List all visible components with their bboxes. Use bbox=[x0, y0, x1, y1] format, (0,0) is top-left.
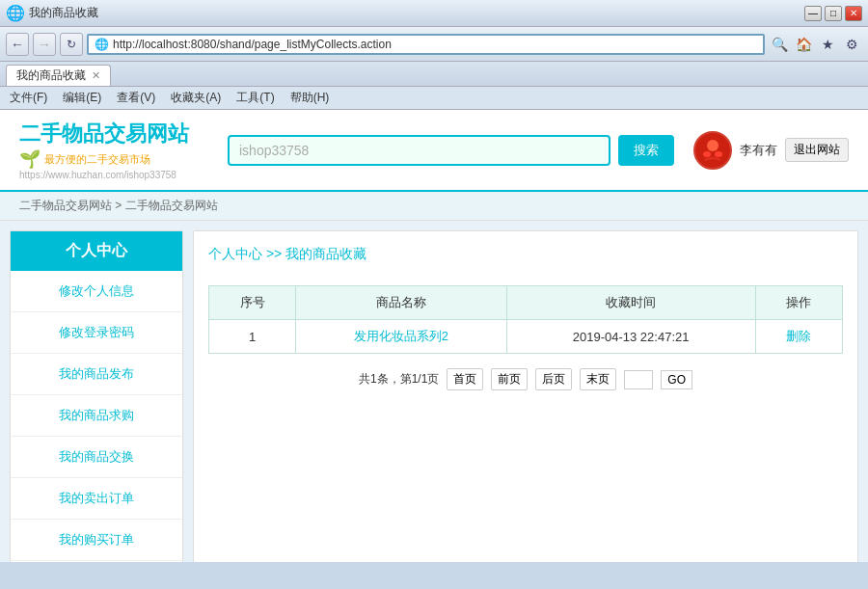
cell-collect-time: 2019-04-13 22:47:21 bbox=[506, 320, 755, 354]
menu-tools[interactable]: 工具(T) bbox=[236, 90, 274, 106]
sidebar-item-password[interactable]: 修改登录密码 bbox=[11, 312, 182, 354]
next-page-button[interactable]: 后页 bbox=[535, 368, 572, 390]
menu-help[interactable]: 帮助(H) bbox=[290, 90, 330, 106]
sidebar-link-exchange[interactable]: 我的商品交换 bbox=[59, 449, 134, 464]
logout-button[interactable]: 退出网站 bbox=[785, 138, 849, 162]
sidebar-header: 个人中心 bbox=[11, 231, 182, 271]
site-subtitle: 最方便的二手交易市场 bbox=[44, 152, 150, 167]
breadcrumb-text: 二手物品交易网站 > 二手物品交易网站 bbox=[19, 199, 218, 212]
menu-view[interactable]: 查看(V) bbox=[117, 90, 155, 106]
sidebar: 个人中心 修改个人信息 修改登录密码 我的商品发布 我的商品求购 我的商品交换 bbox=[10, 230, 183, 562]
back-button[interactable]: ← bbox=[6, 33, 29, 56]
search-icon[interactable]: 🔍 bbox=[769, 34, 790, 55]
user-area: 李有有 退出网站 bbox=[693, 131, 849, 170]
sidebar-item-sell-orders[interactable]: 我的卖出订单 bbox=[11, 478, 182, 520]
pagination-summary: 共1条，第1/1页 bbox=[359, 371, 439, 388]
tab-close-icon[interactable]: ✕ bbox=[92, 69, 100, 82]
tab-bar: 我的商品收藏 ✕ bbox=[0, 62, 868, 87]
sidebar-item-profile[interactable]: 修改个人信息 bbox=[11, 271, 182, 312]
content-title: 个人中心 >> 我的商品收藏 bbox=[208, 246, 843, 271]
site-logo: 二手物品交易网站 🌱 最方便的二手交易市场 https://www.huzhan… bbox=[19, 120, 189, 180]
title-bar: 🌐 我的商品收藏 — □ ✕ bbox=[0, 0, 868, 27]
search-button[interactable]: 搜索 bbox=[618, 135, 674, 166]
sidebar-link-publish[interactable]: 我的商品发布 bbox=[59, 366, 134, 381]
prev-page-button[interactable]: 前页 bbox=[491, 368, 528, 390]
nav-right-buttons: 🔍 🏠 ★ ⚙ bbox=[769, 34, 862, 55]
sidebar-link-sell-orders[interactable]: 我的卖出订单 bbox=[59, 491, 134, 505]
page-viewport: 二手物品交易网站 🌱 最方便的二手交易市场 https://www.huzhan… bbox=[0, 110, 868, 562]
page-number-input[interactable] bbox=[624, 370, 653, 389]
sidebar-link-password[interactable]: 修改登录密码 bbox=[59, 325, 134, 339]
col-header-action: 操作 bbox=[755, 286, 842, 320]
col-header-time: 收藏时间 bbox=[506, 286, 755, 320]
delete-link[interactable]: 删除 bbox=[786, 329, 811, 343]
cell-seq: 1 bbox=[209, 320, 296, 354]
home-icon[interactable]: 🏠 bbox=[793, 34, 814, 55]
table-row: 1 发用化妆品系列2 2019-04-13 22:47:21 删除 bbox=[209, 320, 843, 354]
sidebar-item-favorites[interactable]: 我的商品收藏 bbox=[11, 561, 182, 562]
content-title-text: 个人中心 >> 我的商品收藏 bbox=[208, 246, 366, 261]
url-text: http://localhost:8080/shand/page_listMyC… bbox=[113, 38, 392, 51]
browser-window: 🌐 我的商品收藏 — □ ✕ ← → ↻ 🌐 http://localhost:… bbox=[0, 0, 868, 562]
minimize-button[interactable]: — bbox=[804, 6, 822, 21]
title-bar-left: 🌐 我的商品收藏 bbox=[6, 4, 98, 22]
col-header-name: 商品名称 bbox=[296, 286, 506, 320]
product-link[interactable]: 发用化妆品系列2 bbox=[354, 329, 448, 343]
site-watermark: https://www.huzhan.com/ishop33758 bbox=[19, 170, 189, 180]
tab-label: 我的商品收藏 bbox=[16, 67, 86, 84]
col-header-seq: 序号 bbox=[209, 286, 296, 320]
cell-product-name: 发用化妆品系列2 bbox=[296, 320, 506, 354]
last-page-button[interactable]: 末页 bbox=[580, 368, 616, 390]
favorites-icon[interactable]: ★ bbox=[817, 34, 838, 55]
site-header: 二手物品交易网站 🌱 最方便的二手交易市场 https://www.huzhan… bbox=[0, 110, 868, 192]
forward-button[interactable]: → bbox=[33, 33, 56, 56]
close-button[interactable]: ✕ bbox=[845, 6, 862, 21]
sidebar-item-publish[interactable]: 我的商品发布 bbox=[11, 354, 182, 395]
sidebar-link-wanted[interactable]: 我的商品求购 bbox=[59, 408, 134, 422]
breadcrumb: 二手物品交易网站 > 二手物品交易网站 bbox=[0, 192, 868, 221]
username-label[interactable]: 李有有 bbox=[740, 142, 777, 159]
search-area: 搜索 bbox=[228, 135, 674, 166]
menu-favorites[interactable]: 收藏夹(A) bbox=[171, 90, 221, 106]
menu-file[interactable]: 文件(F) bbox=[10, 90, 47, 106]
window-title: 我的商品收藏 bbox=[29, 5, 98, 21]
window-controls: — □ ✕ bbox=[804, 6, 862, 21]
svg-point-3 bbox=[715, 151, 722, 157]
pagination: 共1条，第1/1页 首页 前页 后页 末页 GO bbox=[208, 368, 843, 390]
first-page-button[interactable]: 首页 bbox=[447, 368, 483, 390]
content-area: 个人中心 >> 我的商品收藏 序号 商品名称 收藏时间 操作 bbox=[193, 230, 858, 562]
maximize-button[interactable]: □ bbox=[825, 6, 842, 21]
menu-bar: 文件(F) 编辑(E) 查看(V) 收藏夹(A) 工具(T) 帮助(H) bbox=[0, 87, 868, 110]
browser-tab[interactable]: 我的商品收藏 ✕ bbox=[6, 65, 111, 86]
data-table: 序号 商品名称 收藏时间 操作 1 发用化妆品系列2 bbox=[208, 285, 843, 354]
settings-icon[interactable]: ⚙ bbox=[841, 34, 862, 55]
sidebar-link-buy-orders[interactable]: 我的购买订单 bbox=[59, 532, 134, 547]
main-layout: 个人中心 修改个人信息 修改登录密码 我的商品发布 我的商品求购 我的商品交换 bbox=[0, 221, 868, 562]
sidebar-link-profile[interactable]: 修改个人信息 bbox=[59, 283, 134, 298]
sidebar-item-buy-orders[interactable]: 我的购买订单 bbox=[11, 520, 182, 561]
cell-action: 删除 bbox=[755, 320, 842, 354]
svg-point-1 bbox=[707, 140, 719, 151]
svg-point-2 bbox=[703, 151, 711, 157]
sidebar-item-wanted[interactable]: 我的商品求购 bbox=[11, 395, 182, 437]
refresh-button[interactable]: ↻ bbox=[60, 33, 83, 56]
sidebar-item-exchange[interactable]: 我的商品交换 bbox=[11, 437, 182, 478]
nav-bar: ← → ↻ 🌐 http://localhost:8080/shand/page… bbox=[0, 27, 868, 62]
search-input[interactable] bbox=[228, 135, 610, 166]
menu-edit[interactable]: 编辑(E) bbox=[63, 90, 101, 106]
avatar bbox=[693, 131, 732, 170]
go-button[interactable]: GO bbox=[661, 370, 692, 389]
site-title: 二手物品交易网站 bbox=[19, 120, 189, 148]
page-body: 二手物品交易网站 🌱 最方便的二手交易市场 https://www.huzhan… bbox=[0, 110, 868, 562]
address-bar[interactable]: 🌐 http://localhost:8080/shand/page_listM… bbox=[87, 34, 765, 55]
